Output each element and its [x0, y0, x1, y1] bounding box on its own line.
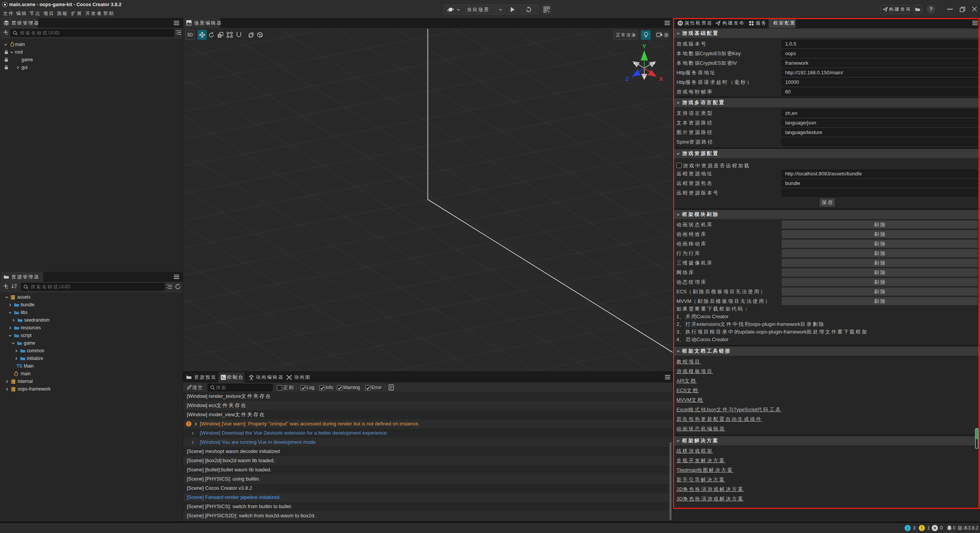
svg-text:X: X [659, 76, 663, 82]
svg-text:Z: Z [626, 76, 629, 82]
svg-text:Y: Y [642, 43, 646, 49]
